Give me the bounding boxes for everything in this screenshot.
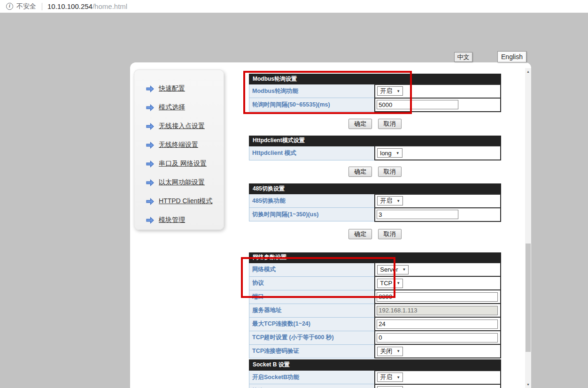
sidebar-link[interactable]: 串口及 网络设置: [159, 160, 207, 168]
port-input[interactable]: [377, 292, 498, 302]
network-params-table: 网络参数设置 网络模式 Server▼ 协议 TCP▼ 端口 服务器地址 最大T…: [249, 252, 501, 359]
chevron-down-icon: ▼: [402, 267, 406, 272]
rs485-enable-select[interactable]: 开启▼: [377, 196, 403, 205]
ok-button[interactable]: 确定: [348, 167, 372, 177]
httpdclient-actions: 确定 取消: [249, 167, 501, 177]
select-value: 开启: [380, 197, 392, 205]
ok-button[interactable]: 确定: [348, 119, 372, 129]
address-separator: [42, 3, 42, 10]
chevron-down-icon: ▼: [396, 375, 400, 380]
table-row: TCP连接密码验证 关闭▼: [249, 344, 501, 358]
row-label: 协议: [249, 384, 375, 388]
row-label: 最大TCP连接数(1~24): [249, 317, 375, 331]
row-label: Modbus轮询功能: [249, 84, 375, 98]
vertical-scrollbar[interactable]: ▲ ▼: [525, 68, 531, 388]
modbus-polling-table: Modbus轮询设置 Modbus轮询功能 开启▼ 轮询时间间隔(50~6553…: [249, 74, 501, 112]
scrollbar-thumb[interactable]: [526, 243, 531, 352]
httpdclient-table: Httpdclient模式设置 Httpdclient 模式 long▼: [249, 136, 501, 161]
row-label: 服务器地址: [249, 304, 375, 317]
table-row: TCP超时设置 (小于等于600 秒): [249, 331, 501, 344]
sidebar-item-wireless-sta[interactable]: 无线终端设置: [134, 136, 224, 154]
select-value: TCP: [380, 280, 392, 287]
table-row: Modbus轮询功能 开启▼: [249, 84, 501, 98]
chinese-language-button[interactable]: 中文: [454, 52, 472, 62]
sidebar-link[interactable]: 模块管理: [159, 216, 185, 224]
cancel-button[interactable]: 取消: [378, 167, 402, 177]
arrow-right-icon: [146, 142, 155, 149]
socketb-enable-select[interactable]: 开启▼: [377, 373, 403, 382]
select-value: long: [380, 150, 392, 157]
sidebar-item-wireless-ap[interactable]: 无线接入点设置: [134, 117, 224, 136]
sidebar-link[interactable]: 无线接入点设置: [159, 122, 205, 130]
sidebar-link[interactable]: 以太网功能设置: [159, 178, 205, 187]
row-label: 轮询时间间隔(50~65535)(ms): [249, 98, 375, 112]
english-language-button[interactable]: English: [497, 51, 526, 62]
sidebar-item-ethernet[interactable]: 以太网功能设置: [134, 173, 224, 192]
modbus-enable-select[interactable]: 开启▼: [377, 86, 403, 96]
sidebar-nav: 快速配置 模式选择 无线接入点设置 无线终端设置 串口及 网络设置 以太网功能设…: [134, 69, 224, 230]
cancel-button[interactable]: 取消: [378, 119, 402, 129]
sidebar-link[interactable]: HTTPD Client模式: [159, 197, 212, 205]
desktop: { "browser": { "security_text": "不安全", "…: [0, 0, 588, 388]
server-address-input: [377, 306, 498, 315]
table-row: 485切换功能 开启▼: [249, 194, 501, 208]
switch-interval-input[interactable]: [377, 210, 458, 219]
httpdclient-mode-select[interactable]: long▼: [377, 148, 402, 158]
url-host: 10.10.100.254: [47, 2, 93, 10]
url-text[interactable]: 10.10.100.254/home.html: [47, 2, 127, 10]
chevron-down-icon: ▼: [396, 151, 400, 155]
settings-content: Modbus轮询设置 Modbus轮询功能 开启▼ 轮询时间间隔(50~6553…: [249, 62, 501, 388]
row-label: 485切换功能: [249, 194, 375, 208]
table-row: 网络模式 Server▼: [249, 263, 501, 276]
main-panel: 快速配置 模式选择 无线接入点设置 无线终端设置 串口及 网络设置 以太网功能设…: [130, 62, 531, 388]
chevron-down-icon: ▼: [396, 199, 400, 203]
max-tcp-connections-input[interactable]: [377, 320, 498, 329]
row-label: Httpdclient 模式: [249, 146, 375, 160]
arrow-right-icon: [146, 198, 155, 205]
tcp-password-auth-select[interactable]: 关闭▼: [377, 347, 403, 356]
arrow-right-icon: [146, 217, 155, 224]
arrow-right-icon: [146, 179, 155, 186]
section-title-485: 485切换设置: [249, 184, 501, 194]
scroll-down-arrow-icon[interactable]: ▼: [525, 381, 531, 388]
section-title-httpdclient: Httpdclient模式设置: [249, 136, 501, 146]
arrow-right-icon: [146, 104, 155, 111]
row-label: 切换时间间隔(1~350)(us): [249, 208, 375, 221]
arrow-right-icon: [146, 123, 155, 130]
row-label: 端口: [249, 290, 375, 304]
sidebar-link[interactable]: 快速配置: [159, 84, 185, 93]
arrow-right-icon: [146, 160, 155, 167]
tcp-timeout-input[interactable]: [377, 333, 498, 342]
cancel-button[interactable]: 取消: [378, 229, 402, 239]
browser-address-bar[interactable]: i 不安全 10.10.100.254/home.html: [0, 0, 588, 13]
not-secure-label[interactable]: 不安全: [16, 2, 36, 11]
row-label: TCP连接密码验证: [249, 344, 375, 358]
ok-button[interactable]: 确定: [348, 229, 372, 239]
table-row: 协议 TCP▼: [249, 384, 501, 388]
chevron-down-icon: ▼: [396, 281, 400, 285]
socketb-protocol-select[interactable]: TCP▼: [377, 386, 403, 388]
row-label: 开启SocketB功能: [249, 371, 375, 384]
url-path: /home.html: [93, 2, 127, 10]
sidebar-link[interactable]: 模式选择: [159, 103, 185, 112]
table-row: 轮询时间间隔(50~65535)(ms): [249, 98, 501, 112]
sidebar-item-quick-config[interactable]: 快速配置: [134, 79, 224, 98]
table-row: 服务器地址: [249, 304, 501, 317]
network-mode-select[interactable]: Server▼: [377, 265, 409, 274]
sidebar-item-httpd-client[interactable]: HTTPD Client模式: [134, 192, 224, 211]
rs485-switch-table: 485切换设置 485切换功能 开启▼ 切换时间间隔(1~350)(us): [249, 183, 501, 222]
sidebar-item-serial-network[interactable]: 串口及 网络设置: [134, 154, 224, 173]
table-row: 端口: [249, 290, 501, 304]
select-value: Server: [380, 266, 398, 273]
protocol-select[interactable]: TCP▼: [377, 279, 403, 288]
section-title-network: 网络参数设置: [249, 252, 501, 263]
scroll-up-arrow-icon[interactable]: ▲: [525, 68, 531, 75]
sidebar-item-mode-select[interactable]: 模式选择: [134, 98, 224, 117]
sidebar-link[interactable]: 无线终端设置: [159, 141, 198, 149]
section-title-modbus: Modbus轮询设置: [249, 74, 501, 84]
poll-interval-input[interactable]: [377, 100, 458, 109]
sidebar-item-module-mgmt[interactable]: 模块管理: [134, 211, 224, 229]
select-value: 开启: [380, 373, 392, 381]
chevron-down-icon: ▼: [396, 349, 400, 353]
page-info-icon[interactable]: i: [6, 3, 13, 10]
